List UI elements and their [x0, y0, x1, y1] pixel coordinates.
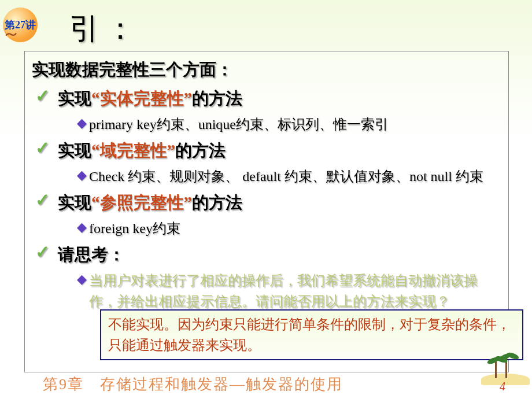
main-heading: 实现数据完整性三个方面： [32, 58, 501, 82]
item-text: 实现“域完整性”的方法 [58, 139, 226, 162]
list-item: ✓ 实现“实体完整性”的方法 [35, 87, 501, 110]
item-text: 请思考： [58, 243, 125, 267]
check-icon: ✓ [35, 191, 50, 209]
check-icon: ✓ [35, 243, 50, 261]
diamond-icon: ◆ [77, 270, 87, 289]
page-number: 4 [500, 380, 505, 393]
sub-item: ◆ Check 约束、规则对象、 default 约束、默认值对象、not nu… [77, 166, 501, 187]
lecture-badge: 〜 第27讲 [0, 5, 40, 45]
item-text: 实现“实体完整性”的方法 [58, 87, 242, 110]
answer-text: 不能实现。因为约束只能进行简单条件的限制，对于复杂的条件，只能通过触发器来实现。 [108, 317, 511, 353]
slide-title: 引： [69, 9, 141, 49]
diamond-icon: ◆ [77, 114, 87, 132]
check-icon: ✓ [35, 139, 50, 157]
sub-text: Check 约束、规则对象、 default 约束、默认值对象、not null… [89, 166, 483, 187]
diamond-icon: ◆ [77, 166, 87, 184]
diamond-icon: ◆ [77, 218, 87, 237]
list-item: ✓ 实现“域完整性”的方法 [35, 139, 501, 162]
list-item: ✓ 请思考： [35, 243, 501, 267]
island-icon [481, 350, 530, 385]
check-icon: ✓ [35, 87, 50, 105]
content-box: 实现数据完整性三个方面： ✓ 实现“实体完整性”的方法 ◆ primary ke… [24, 51, 509, 372]
sub-text: foreign key约束 [89, 218, 180, 239]
sub-item: ◆ 当用户对表进行了相应的操作后，我们希望系统能自动撤消该操作，并给出相应提示信… [77, 270, 501, 312]
list-item: ✓ 实现“参照完整性”的方法 [35, 191, 501, 215]
footer-chapter-title: 第9章 存储过程和触发器—触发器的使用 [43, 374, 343, 394]
sub-text: primary key约束、unique约束、标识列、惟一索引 [89, 114, 389, 135]
sub-text-faded: 当用户对表进行了相应的操作后，我们希望系统能自动撤消该操作，并给出相应提示信息。… [89, 270, 501, 312]
item-text: 实现“参照完整性”的方法 [58, 191, 242, 215]
lecture-number: 第27讲 [5, 18, 36, 32]
sub-item: ◆ primary key约束、unique约束、标识列、惟一索引 [77, 114, 501, 135]
sub-item: ◆ foreign key约束 [77, 218, 501, 239]
answer-box: 不能实现。因为约束只能进行简单条件的限制，对于复杂的条件，只能通过触发器来实现。 [100, 309, 523, 360]
